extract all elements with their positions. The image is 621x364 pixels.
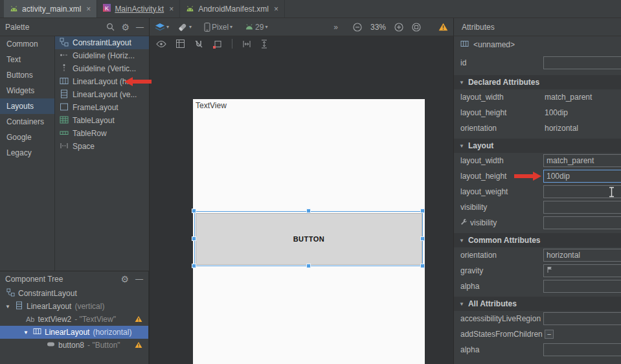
palette-item-guideline-vertical[interactable]: Guideline (Vertic... (55, 62, 149, 75)
design-mode-icon[interactable]: ▾ (155, 23, 169, 31)
section-declared-attributes[interactable]: ▼ Declared Attributes (454, 75, 621, 89)
palette-category-buttons[interactable]: Buttons (0, 67, 54, 83)
section-layout[interactable]: ▼ Layout (454, 139, 621, 153)
tools-visibility-field[interactable] (543, 216, 621, 229)
layout-width-field[interactable]: match_parent (543, 154, 621, 167)
palette-item-guideline-horizontal[interactable]: Guideline (Horiz... (55, 49, 149, 62)
api-label: 29 (255, 23, 264, 32)
tree-row-linearlayout-horizontal[interactable]: ▼ LinearLayout (horizontal) (0, 326, 148, 339)
attributes-panel: <unnamed> id ▼ Declared Attributes layou… (453, 36, 621, 364)
resize-handle-top-right[interactable] (420, 209, 425, 213)
component-tree-panel: Component Tree ⚙ — ConstraintLayout ▼ Li… (0, 271, 149, 364)
close-icon[interactable]: × (169, 5, 174, 13)
attr-row-layout-weight: layout_weight (454, 184, 621, 199)
canvas-textview[interactable]: TextView (196, 101, 227, 110)
android-file-icon (10, 5, 18, 14)
minimize-icon[interactable]: — (135, 275, 143, 284)
expand-vertical-icon[interactable] (261, 40, 267, 49)
guideline-horizontal-icon (60, 51, 69, 62)
zoom-out-icon[interactable] (353, 23, 362, 32)
resize-handle-bottom-left[interactable] (192, 264, 196, 268)
palette-category-widgets[interactable]: Widgets (0, 83, 54, 98)
palette-title: Palette (5, 23, 29, 32)
warning-icon (135, 341, 142, 350)
tree-row-linearlayout-vertical[interactable]: ▼ LinearLayout (vertical) (0, 300, 148, 313)
autoconnect-off-magnet-icon[interactable] (194, 40, 203, 49)
button-icon (47, 340, 55, 350)
design-canvas[interactable]: TextView BUTTON (149, 36, 453, 364)
palette-category-containers[interactable]: Containers (0, 114, 54, 130)
gravity-field[interactable] (543, 264, 621, 277)
api-selector[interactable]: 29 ▾ (245, 23, 267, 32)
minimize-icon[interactable]: — (136, 23, 144, 32)
linearlayout-horizontal-icon (60, 76, 69, 87)
collapse-icon[interactable]: ▼ (5, 304, 12, 310)
palette-category-text[interactable]: Text (0, 52, 54, 67)
palette-item-framelayout[interactable]: FrameLayout (55, 101, 149, 114)
linearlayout-vertical-icon (60, 89, 69, 100)
visibility-field[interactable] (543, 201, 621, 214)
palette-item-space[interactable]: Space (55, 140, 149, 153)
framelayout-icon (60, 102, 69, 113)
section-common-attributes[interactable]: ▼ Common Attributes (454, 233, 621, 247)
palette-item-tablelayout[interactable]: TableLayout (55, 114, 149, 127)
tree-row-constraintlayout[interactable]: ConstraintLayout (0, 287, 148, 300)
resize-handle-top-left[interactable] (192, 209, 196, 213)
resize-handle-top-center[interactable] (306, 209, 311, 213)
layout-weight-field[interactable] (543, 185, 621, 198)
palette-item-linearlayout-vertical[interactable]: LinearLayout (ve... (55, 88, 149, 101)
guideline-vertical-icon (60, 63, 69, 74)
tab-mainactivity-kt[interactable]: K MainActivity.kt × (97, 0, 180, 17)
resize-handle-mid-left[interactable] (192, 236, 196, 241)
tree-row-button8[interactable]: button8 - "Button" (0, 339, 148, 352)
tab-androidmanifest-xml[interactable]: AndroidManifest.xml × (180, 0, 285, 17)
device-selector[interactable]: Pixel ▾ (204, 23, 232, 32)
component-tree-title: Component Tree (5, 275, 63, 284)
orientation-field[interactable]: horizontal (543, 249, 621, 262)
close-icon[interactable]: × (274, 5, 278, 13)
close-icon[interactable]: × (86, 5, 91, 13)
alpha-all-field[interactable] (543, 343, 621, 356)
flag-icon (547, 265, 553, 277)
gear-icon[interactable]: ⚙ (120, 274, 129, 284)
android-file-icon (186, 5, 194, 14)
palette-category-common[interactable]: Common (0, 36, 54, 52)
palette-category-legacy[interactable]: Legacy (0, 145, 54, 161)
gear-icon[interactable]: ⚙ (121, 22, 130, 32)
warnings-icon[interactable] (438, 23, 448, 31)
section-all-attributes[interactable]: ▼ All Attributes (454, 297, 621, 311)
palette-category-layouts[interactable]: Layouts (0, 98, 54, 114)
zoom-fit-icon[interactable] (412, 23, 421, 32)
device-screen-preview[interactable]: TextView BUTTON (193, 99, 425, 364)
tab-label: AndroidManifest.xml (198, 5, 269, 14)
pack-horizontal-icon[interactable] (242, 40, 251, 49)
zoom-level: 33% (370, 23, 386, 32)
collapse-icon[interactable]: ▼ (23, 330, 30, 336)
resize-handle-bottom-center[interactable] (306, 264, 311, 268)
palette-item-tablerow[interactable]: TableRow (55, 127, 149, 140)
alpha-field[interactable] (543, 280, 621, 293)
zoom-in-icon[interactable] (394, 23, 403, 32)
view-options-eye-icon[interactable] (156, 41, 166, 47)
toolbar-overflow-icon[interactable]: » (333, 23, 338, 32)
tab-activity-main-xml[interactable]: activity_main.xml × (4, 0, 97, 17)
grid-mode-icon[interactable] (176, 40, 185, 48)
attr-row-layout-height: layout_height 100dip (454, 168, 621, 184)
palette-item-list: ConstraintLayout Guideline (Horiz... Gui… (55, 36, 149, 271)
palette-item-linearlayout-horizontal[interactable]: LinearLayout (h... (55, 75, 149, 88)
attr-row-addstatesfromchildren: addStatesFromChildren – (454, 326, 621, 342)
search-icon[interactable] (106, 23, 115, 31)
resize-handle-bottom-right[interactable] (420, 264, 425, 268)
accessibilityliveregion-field[interactable] (543, 312, 621, 325)
orientation-icon[interactable]: ▾ (177, 22, 192, 32)
tree-row-textview2[interactable]: Ab textView2 - "TextView" (0, 313, 148, 326)
default-margins-icon[interactable] (213, 40, 222, 49)
resize-handle-mid-right[interactable] (420, 236, 425, 241)
palette-item-constraintlayout[interactable]: ConstraintLayout (55, 36, 149, 49)
canvas-button[interactable]: BUTTON (196, 213, 422, 265)
addstatesfromchildren-checkbox[interactable]: – (545, 330, 554, 339)
layout-height-field[interactable]: 100dip (543, 170, 621, 183)
palette-category-google[interactable]: Google (0, 130, 54, 145)
id-field[interactable] (543, 56, 621, 69)
attributes-header: Attributes (453, 18, 621, 36)
